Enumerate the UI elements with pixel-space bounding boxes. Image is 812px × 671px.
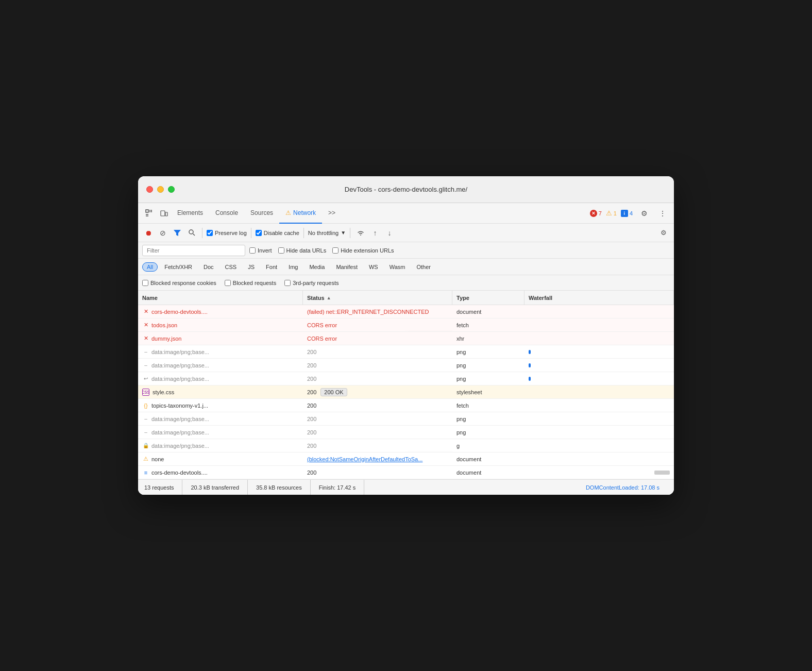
type-filter-manifest[interactable]: Manifest [331,262,362,272]
table-row[interactable]: – data:image/png;base... 200 png [138,412,674,426]
tab-more[interactable]: >> [322,203,342,224]
td-status: (failed) net::ERR_INTERNET_DISCONNECTED [303,305,452,318]
top-toolbar: Elements Console Sources ⚠ Network >> ✕ … [138,203,674,224]
table-row[interactable]: ✕ cors-demo-devtools.... (failed) net::E… [138,305,674,318]
td-name: – data:image/png;base... [138,426,303,439]
settings-icon[interactable]: ⚙ [637,206,651,221]
type-filter-doc[interactable]: Doc [199,262,218,272]
wifi-icon[interactable] [354,227,367,239]
type-filter-all[interactable]: All [142,262,158,272]
waterfall-bar [529,377,531,381]
bottom-bar: 13 requests 20.3 kB transferred 35.8 kB … [138,479,674,495]
type-filter-font[interactable]: Font [261,262,282,272]
dash-icon: – [142,362,149,369]
table-row[interactable]: – data:image/png;base... 200 png [138,426,674,439]
stat-transferred: 20.3 kB transferred [182,480,248,495]
td-waterfall [525,385,674,398]
separator-1 [202,228,202,238]
close-button[interactable] [146,186,153,193]
td-type: png [452,426,525,439]
td-name: ≡ cors-demo-devtools.... [138,466,303,479]
th-name[interactable]: Name [138,291,303,305]
svg-point-8 [189,230,193,234]
more-options-icon[interactable]: ⋮ [655,206,670,221]
inspect-element-icon[interactable] [142,206,157,221]
td-name: {} topics-taxonomy-v1.j... [138,399,303,412]
blocked-requests[interactable]: Blocked requests [225,280,276,286]
filter-icon[interactable] [171,227,183,239]
td-name: ✕ todos.json [138,318,303,331]
table-row[interactable]: – data:image/png;base... 200 png [138,359,674,372]
th-type[interactable]: Type [452,291,525,305]
th-status[interactable]: Status ▲ [303,291,452,305]
table-row[interactable]: ≡ cors-demo-devtools.... 200 document [138,466,674,479]
td-waterfall [525,399,674,412]
warning-icon: ⚠ [142,456,149,463]
td-waterfall [525,305,674,318]
td-name: – data:image/png;base... [138,345,303,358]
tab-console[interactable]: Console [209,203,244,224]
minimize-button[interactable] [157,186,164,193]
search-icon[interactable] [185,227,198,239]
second-toolbar: ⏺ ⊘ Preserve log Disable cac [138,224,674,242]
device-toggle-icon[interactable] [157,206,171,221]
type-filter-css[interactable]: CSS [221,262,242,272]
blocked-response-cookies[interactable]: Blocked response cookies [142,280,216,286]
table-row[interactable]: css style.css 200 200 OK stylesheet [138,385,674,399]
devtools-window: DevTools - cors-demo-devtools.glitch.me/ [138,176,674,495]
error-icon: ✕ [142,322,149,329]
blocked-icon: 🔒 [142,442,149,449]
waterfall-bar [529,363,531,367]
sort-arrow-icon: ▲ [327,295,331,300]
error-icon: ✕ [142,308,149,315]
import-icon[interactable]: ↓ [383,227,396,239]
maximize-button[interactable] [168,186,175,193]
type-filter-other[interactable]: Other [412,262,435,272]
td-status: 200 200 OK [303,385,452,398]
type-filter-media[interactable]: Media [304,262,329,272]
svg-marker-7 [174,230,181,236]
tab-network[interactable]: ⚠ Network [279,203,322,224]
type-filter-bar: All Fetch/XHR Doc CSS JS Font Img Media … [138,259,674,275]
table-row[interactable]: ✕ dummy.json CORS error xhr [138,332,674,345]
filter-input[interactable] [142,245,245,256]
disable-cache-checkbox[interactable]: Disable cache [256,230,299,236]
stop-recording-icon[interactable]: ⏺ [142,227,155,239]
td-status: CORS error Cross-Origin Resource Sharing… [303,318,452,331]
td-waterfall [525,345,674,358]
type-filter-img[interactable]: Img [284,262,302,272]
td-waterfall [525,439,674,452]
tab-sources[interactable]: Sources [244,203,279,224]
td-type: g [452,439,525,452]
type-filter-ws[interactable]: WS [364,262,383,272]
preserve-log-checkbox[interactable]: Preserve log [207,230,247,236]
table-row[interactable]: ✕ todos.json CORS error Cross-Origin Res… [138,318,674,332]
stat-dom-content-loaded: DOMContentLoaded: 17.08 s [578,480,668,495]
td-type: document [452,466,525,479]
export-icon[interactable]: ↑ [369,227,381,239]
separator-2 [251,228,251,238]
arrow-icon: ↩ [142,375,149,382]
table-row[interactable]: ↩ data:image/png;base... 200 png [138,372,674,385]
td-name: css style.css [138,385,303,398]
invert-option[interactable]: Invert [249,247,272,254]
table-row[interactable]: – data:image/png;base... 200 png [138,345,674,359]
table-row[interactable]: 🔒 data:image/png;base... 200 This reques… [138,439,674,452]
clear-icon[interactable]: ⊘ [157,227,169,239]
table-row[interactable]: {} topics-taxonomy-v1.j... 200 fetch [138,399,674,412]
third-party-requests[interactable]: 3rd-party requests [284,280,339,286]
throttle-select[interactable]: No throttling ▼ [308,230,346,236]
type-filter-fetch-xhr[interactable]: Fetch/XHR [160,262,197,272]
td-name: 🔒 data:image/png;base... [138,439,303,452]
error-icon: ✕ [142,335,149,342]
th-waterfall[interactable]: Waterfall [525,291,674,305]
network-settings-icon[interactable]: ⚙ [657,227,670,239]
td-type: document [452,305,525,318]
tab-list: Elements Console Sources ⚠ Network >> [171,203,590,224]
tab-elements[interactable]: Elements [171,203,209,224]
type-filter-js[interactable]: JS [243,262,259,272]
hide-extension-urls-option[interactable]: Hide extension URLs [332,247,394,254]
hide-data-urls-option[interactable]: Hide data URLs [278,247,327,254]
table-row[interactable]: ⚠ none (blocked:NotSameOriginAfterDefaul… [138,452,674,466]
type-filter-wasm[interactable]: Wasm [385,262,410,272]
